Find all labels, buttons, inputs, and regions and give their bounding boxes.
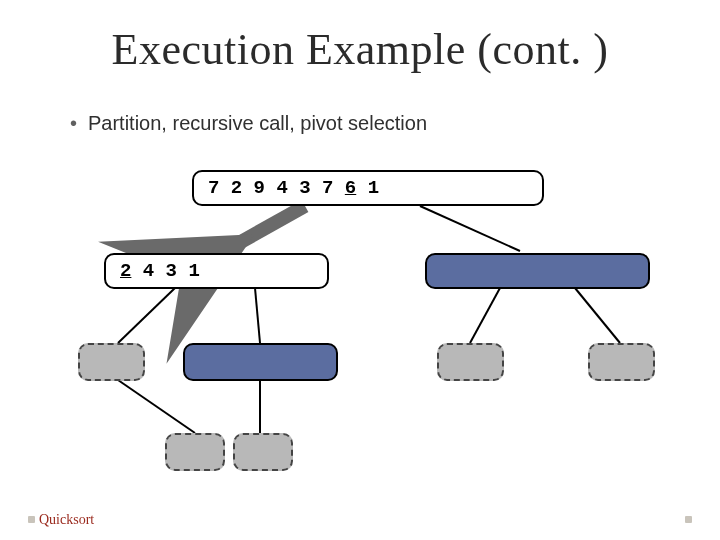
footer-dot-icon (685, 516, 692, 523)
tree-node-leaf (165, 433, 225, 471)
node-values-post: 4 3 1 (131, 260, 199, 282)
tree-node-leaf (183, 343, 338, 381)
footer-text: Quicksort (39, 512, 94, 527)
tree-node-leaf (78, 343, 145, 381)
svg-line-4 (470, 288, 500, 343)
footer-dot-icon (28, 516, 35, 523)
svg-line-1 (420, 206, 520, 251)
svg-line-0 (230, 206, 305, 248)
bullet-text: Partition, recursive call, pivot selecti… (88, 112, 427, 134)
tree-node-root: 7 2 9 4 3 7 6 1 (192, 170, 544, 206)
bullet-dot-icon: • (70, 112, 88, 135)
slide-title: Execution Example (cont. ) (0, 24, 720, 75)
tree-node-right (425, 253, 650, 289)
node-values-post: 1 (356, 177, 379, 199)
quicksort-tree-diagram: 7 2 9 4 3 7 6 1 2 4 3 1 (0, 158, 720, 498)
tree-node-leaf (588, 343, 655, 381)
tree-node-left: 2 4 3 1 (104, 253, 329, 289)
svg-line-3 (255, 288, 260, 343)
node-pivot: 6 (345, 177, 356, 199)
bullet-item: •Partition, recursive call, pivot select… (70, 112, 427, 135)
tree-node-leaf (437, 343, 504, 381)
svg-line-2 (118, 288, 175, 343)
tree-node-leaf (233, 433, 293, 471)
node-values-pre: 7 2 9 4 3 7 (208, 177, 345, 199)
tree-edges (0, 158, 720, 498)
svg-line-5 (575, 288, 620, 343)
footer-label: Quicksort (28, 512, 94, 528)
footer-page-marker (681, 512, 692, 528)
svg-line-6 (118, 380, 195, 433)
node-pivot: 2 (120, 260, 131, 282)
